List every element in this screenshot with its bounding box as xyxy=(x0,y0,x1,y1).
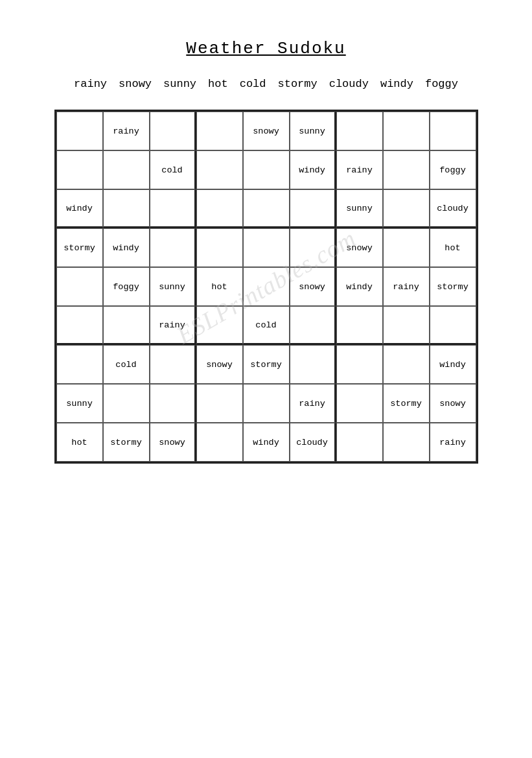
sudoku-cell[interactable]: sunny xyxy=(290,112,336,150)
sudoku-cell[interactable] xyxy=(336,384,383,423)
sudoku-cell[interactable] xyxy=(383,228,430,267)
word-bank: rainysnowysunnyhotcoldstormycloudywindyf… xyxy=(74,78,458,90)
sudoku-cell[interactable] xyxy=(56,267,103,306)
word-bank-item: rainy xyxy=(74,78,107,90)
sudoku-cell[interactable]: snowy xyxy=(290,267,336,306)
sudoku-cell[interactable]: windy xyxy=(243,423,290,462)
sudoku-cell[interactable] xyxy=(196,150,243,189)
sudoku-cell[interactable]: sunny xyxy=(150,267,196,306)
sudoku-cell[interactable]: stormy xyxy=(243,345,290,384)
sudoku-cell[interactable] xyxy=(290,345,336,384)
sudoku-cell[interactable]: rainy xyxy=(103,112,150,150)
sudoku-cell[interactable] xyxy=(290,189,336,228)
sudoku-cell[interactable] xyxy=(103,306,150,345)
sudoku-cell[interactable]: sunny xyxy=(56,384,103,423)
word-bank-item: cold xyxy=(240,78,266,90)
sudoku-cell[interactable] xyxy=(56,150,103,189)
sudoku-cell[interactable] xyxy=(103,150,150,189)
sudoku-cell[interactable] xyxy=(56,345,103,384)
sudoku-cell[interactable] xyxy=(383,345,430,384)
sudoku-cell[interactable]: cold xyxy=(243,306,290,345)
sudoku-cell[interactable]: stormy xyxy=(383,384,430,423)
sudoku-cell[interactable]: hot xyxy=(430,228,476,267)
sudoku-cell[interactable]: windy xyxy=(103,228,150,267)
sudoku-cell[interactable] xyxy=(383,112,430,150)
sudoku-cell[interactable]: cloudy xyxy=(430,189,476,228)
sudoku-cell[interactable] xyxy=(336,345,383,384)
sudoku-cell[interactable]: rainy xyxy=(430,423,476,462)
word-bank-item: foggy xyxy=(425,78,458,90)
sudoku-cell[interactable] xyxy=(196,228,243,267)
sudoku-cell[interactable] xyxy=(243,189,290,228)
sudoku-cell[interactable] xyxy=(150,189,196,228)
sudoku-cell[interactable]: stormy xyxy=(103,423,150,462)
sudoku-cell[interactable]: snowy xyxy=(336,228,383,267)
sudoku-cell[interactable]: cloudy xyxy=(290,423,336,462)
page-title: Weather Sudoku xyxy=(186,39,345,58)
sudoku-cell[interactable]: sunny xyxy=(336,189,383,228)
sudoku-cell[interactable]: foggy xyxy=(103,267,150,306)
sudoku-cell[interactable] xyxy=(430,306,476,345)
sudoku-cell[interactable]: rainy xyxy=(290,384,336,423)
sudoku-cell[interactable]: hot xyxy=(196,267,243,306)
sudoku-cell[interactable] xyxy=(430,112,476,150)
sudoku-cell[interactable] xyxy=(56,112,103,150)
sudoku-cell[interactable] xyxy=(196,112,243,150)
sudoku-cell[interactable]: snowy xyxy=(150,423,196,462)
word-bank-item: sunny xyxy=(163,78,196,90)
sudoku-cell[interactable]: rainy xyxy=(336,150,383,189)
sudoku-cell[interactable] xyxy=(196,189,243,228)
sudoku-cell[interactable]: cold xyxy=(150,150,196,189)
sudoku-cell[interactable] xyxy=(383,423,430,462)
sudoku-cell[interactable]: windy xyxy=(290,150,336,189)
sudoku-cell[interactable]: windy xyxy=(336,267,383,306)
sudoku-cell[interactable] xyxy=(336,306,383,345)
sudoku-cell[interactable]: foggy xyxy=(430,150,476,189)
sudoku-cell[interactable] xyxy=(150,384,196,423)
sudoku-cell[interactable]: rainy xyxy=(383,267,430,306)
sudoku-cell[interactable] xyxy=(56,306,103,345)
sudoku-cell[interactable] xyxy=(103,384,150,423)
sudoku-cell[interactable]: stormy xyxy=(56,228,103,267)
sudoku-cell[interactable] xyxy=(290,306,336,345)
sudoku-cell[interactable] xyxy=(196,306,243,345)
sudoku-cell[interactable] xyxy=(243,384,290,423)
sudoku-cell[interactable] xyxy=(150,112,196,150)
sudoku-cell[interactable] xyxy=(150,228,196,267)
sudoku-cell[interactable]: snowy xyxy=(243,112,290,150)
sudoku-cell[interactable] xyxy=(243,267,290,306)
word-bank-item: cloudy xyxy=(329,78,369,90)
sudoku-cell[interactable] xyxy=(336,423,383,462)
sudoku-cell[interactable] xyxy=(243,228,290,267)
sudoku-cell[interactable] xyxy=(243,150,290,189)
sudoku-cell[interactable] xyxy=(103,189,150,228)
sudoku-grid: rainysnowysunnycoldwindyrainyfoggywindys… xyxy=(54,110,478,464)
sudoku-cell[interactable]: snowy xyxy=(430,384,476,423)
sudoku-cell[interactable] xyxy=(383,150,430,189)
sudoku-cell[interactable] xyxy=(383,189,430,228)
sudoku-cell[interactable]: hot xyxy=(56,423,103,462)
word-bank-item: hot xyxy=(208,78,228,90)
sudoku-cell[interactable]: cold xyxy=(103,345,150,384)
sudoku-cell[interactable] xyxy=(196,384,243,423)
grid-wrapper: ESLPrintables.com rainysnowysunnycoldwin… xyxy=(54,110,478,464)
word-bank-item: stormy xyxy=(278,78,318,90)
word-bank-item: windy xyxy=(380,78,413,90)
word-bank-item: snowy xyxy=(119,78,152,90)
sudoku-cell[interactable]: windy xyxy=(430,345,476,384)
sudoku-cell[interactable]: rainy xyxy=(150,306,196,345)
sudoku-cell[interactable]: snowy xyxy=(196,345,243,384)
sudoku-cell[interactable] xyxy=(196,423,243,462)
sudoku-cell[interactable]: stormy xyxy=(430,267,476,306)
sudoku-cell[interactable] xyxy=(290,228,336,267)
sudoku-cell[interactable] xyxy=(150,345,196,384)
sudoku-cell[interactable] xyxy=(336,112,383,150)
sudoku-cell[interactable]: windy xyxy=(56,189,103,228)
sudoku-cell[interactable] xyxy=(383,306,430,345)
